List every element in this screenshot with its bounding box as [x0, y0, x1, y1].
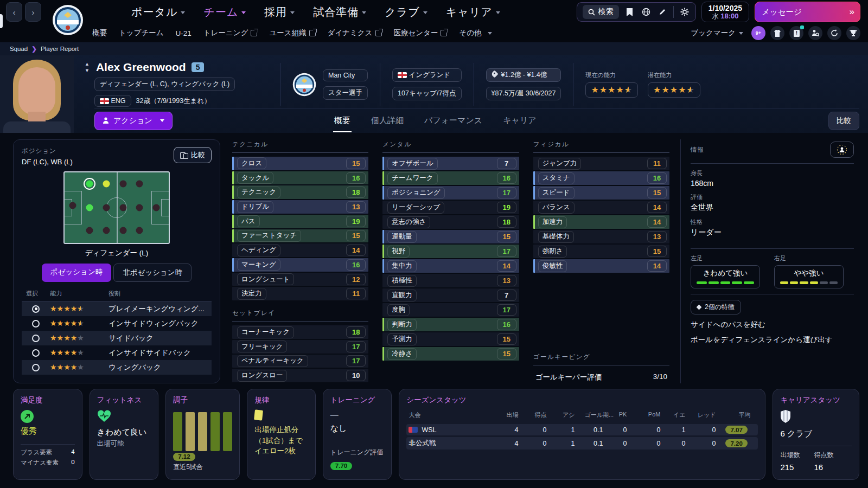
trophy-icon[interactable] [846, 26, 860, 40]
sub-nav-7[interactable]: その他 [459, 28, 492, 38]
attribute-row[interactable]: ファーストタッチ 15 [232, 229, 368, 243]
club-name[interactable]: Man City [323, 69, 368, 81]
attribute-row[interactable]: 判断力 16 [382, 318, 519, 331]
breadcrumb-squad[interactable]: Squad [10, 46, 28, 52]
shirt-icon[interactable] [770, 26, 784, 40]
notes-icon[interactable] [624, 7, 635, 17]
sub-nav-3[interactable]: トレーニング [203, 28, 258, 38]
main-nav-3[interactable]: 試合準備 [313, 5, 366, 20]
role-radio[interactable] [32, 305, 40, 313]
tab-1[interactable]: 個人詳細 [370, 109, 405, 132]
world-icon[interactable] [641, 7, 652, 17]
attribute-row[interactable]: 決定力 11 [232, 287, 368, 300]
settings-gear-icon[interactable] [679, 7, 690, 17]
tab-0[interactable]: 概要 [333, 109, 352, 132]
season-competition[interactable]: WSL [406, 424, 497, 435]
attribute-row[interactable]: 俊敏性 14 [533, 259, 669, 273]
attribute-row[interactable]: ドリブル 13 [232, 200, 368, 214]
attribute-row[interactable]: ペナルティーキック 17 [232, 355, 368, 368]
sync-icon[interactable] [827, 26, 841, 40]
edit-icon[interactable] [657, 7, 668, 17]
training-panel[interactable]: トレーニング — なし トレーニング評価 7.70 [323, 389, 392, 480]
attribute-row[interactable]: チームワーク 16 [382, 171, 519, 185]
main-nav-5[interactable]: キャリア [446, 5, 500, 20]
attribute-row[interactable]: マーキング 16 [232, 258, 368, 272]
toggle-out-of-possession[interactable]: 非ポゼッション時 [113, 264, 192, 282]
action-button[interactable]: アクション [94, 112, 173, 130]
attribute-row[interactable]: 運動量 15 [382, 230, 519, 243]
sub-nav-5[interactable]: ダイナミクス [328, 28, 382, 38]
attribute-row[interactable]: フリーキック 17 [232, 340, 368, 354]
attribute-row[interactable]: 積極性 13 [382, 274, 519, 287]
search-button[interactable]: 検索 [583, 5, 619, 19]
position-compare-button[interactable]: 比較 [174, 147, 212, 163]
bookmarks-dropdown[interactable]: ブックマーク [691, 28, 743, 38]
role-row[interactable]: ★★★★★ インサイドサイドバック [22, 345, 212, 360]
discipline-panel[interactable]: 規律 出場停止処分（1試合）までイエロー2枚 [247, 389, 316, 480]
nation-pill[interactable]: イングランド [392, 68, 461, 82]
attribute-row[interactable]: リーダーシップ 19 [382, 201, 519, 214]
attribute-row[interactable]: ロングシュート 12 [232, 273, 368, 286]
inbox-icon[interactable]: 9+ [751, 26, 765, 40]
toggle-in-possession[interactable]: ポゼッション時 [42, 264, 111, 282]
role-radio[interactable] [32, 349, 40, 357]
main-nav-0[interactable]: ポータル [131, 5, 185, 20]
sub-nav-6[interactable]: 医療センター [394, 28, 448, 38]
tab-3[interactable]: キャリア [502, 109, 537, 132]
role-row[interactable]: ★★★★★ サイドバック [22, 331, 212, 345]
attribute-row[interactable]: ロングスロー 10 [232, 369, 368, 382]
player-cycle-arrows[interactable]: ▲▼ [85, 62, 90, 73]
tab-2[interactable]: パフォーマンス [423, 109, 483, 132]
career-stats-panel[interactable]: キャリアスタッツ 6 クラブ 出場数215 得点数16 [773, 389, 859, 480]
sub-nav-1[interactable]: トップチーム [119, 28, 164, 38]
role-radio[interactable] [32, 364, 40, 371]
attribute-row[interactable]: 加速力 14 [533, 215, 669, 229]
date-time-button[interactable]: 1/10/2025 水 18:00 [701, 2, 749, 22]
attribute-row[interactable]: 冷静さ 15 [382, 347, 519, 361]
attribute-row[interactable]: 基礎体力 13 [533, 230, 669, 243]
attribute-row[interactable]: テクニック 18 [232, 185, 368, 199]
attribute-row[interactable]: 意志の強さ 18 [382, 215, 519, 229]
fitness-panel[interactable]: フィットネス きわめて良い 出場可能 [90, 389, 159, 480]
sub-nav-0[interactable]: 概要 [92, 28, 107, 38]
main-nav-2[interactable]: 採用 [264, 5, 295, 20]
role-radio[interactable] [32, 335, 40, 342]
attribute-row[interactable]: ジャンプ力 11 [533, 157, 669, 170]
scout-search-icon[interactable] [808, 26, 822, 40]
back-button[interactable]: ‹ [6, 2, 22, 22]
report-icon[interactable]: ! [789, 26, 803, 40]
attribute-row[interactable]: オフザボール 7 [382, 157, 519, 170]
main-nav-4[interactable]: クラブ [385, 5, 427, 20]
season-stats-panel[interactable]: シーズンスタッツ 大会出場得点アシゴール期...PKPoMイエレッド平均WSL4… [399, 389, 765, 480]
attribute-row[interactable]: コーナーキック 18 [232, 325, 368, 339]
attribute-row[interactable]: パス 19 [232, 215, 368, 228]
scout-report-button[interactable] [830, 142, 854, 158]
attribute-row[interactable]: 強靭さ 15 [533, 245, 669, 258]
main-nav-1[interactable]: チーム [203, 5, 246, 20]
role-row[interactable]: ★★★★★★ プレイメーキングウィング... [22, 301, 212, 316]
attribute-row[interactable]: 度胸 17 [382, 303, 519, 317]
attribute-row[interactable]: スピード 15 [533, 186, 669, 200]
forward-button[interactable]: › [25, 2, 41, 22]
attribute-row[interactable]: 直観力 7 [382, 288, 519, 302]
attribute-row[interactable]: 集中力 14 [382, 259, 519, 273]
messages-button[interactable]: メッセージ » [755, 2, 860, 22]
sub-nav-4[interactable]: ユース組織 [269, 28, 315, 38]
role-row[interactable]: ★★★★★★ インサイドウィングバック [22, 316, 212, 331]
attribute-row[interactable]: バランス 14 [533, 201, 669, 214]
club-crest[interactable] [52, 4, 84, 36]
form-panel[interactable]: 調子 7.12 直近5試合 [165, 389, 240, 480]
attribute-row[interactable]: 視野 17 [382, 245, 519, 258]
club-crest-small[interactable] [292, 73, 316, 97]
compare-button[interactable]: 比較 [828, 112, 859, 130]
happiness-panel[interactable]: 満足度 優秀 プラス要素4マイナス要素0 [13, 389, 82, 480]
attribute-row[interactable]: タックル 16 [232, 171, 368, 185]
attribute-row[interactable]: ポジショニング 17 [382, 186, 519, 200]
sub-nav-2[interactable]: U-21 [176, 29, 192, 37]
traits-badge[interactable]: 2個の特徴 [691, 300, 741, 314]
role-row[interactable]: ★★★★★ ウィングバック [22, 360, 212, 375]
attribute-row[interactable]: 予測力 15 [382, 332, 519, 346]
attribute-row[interactable]: ヘディング 14 [232, 243, 368, 257]
attribute-row[interactable]: スタミナ 16 [533, 171, 669, 185]
role-radio[interactable] [32, 320, 40, 328]
